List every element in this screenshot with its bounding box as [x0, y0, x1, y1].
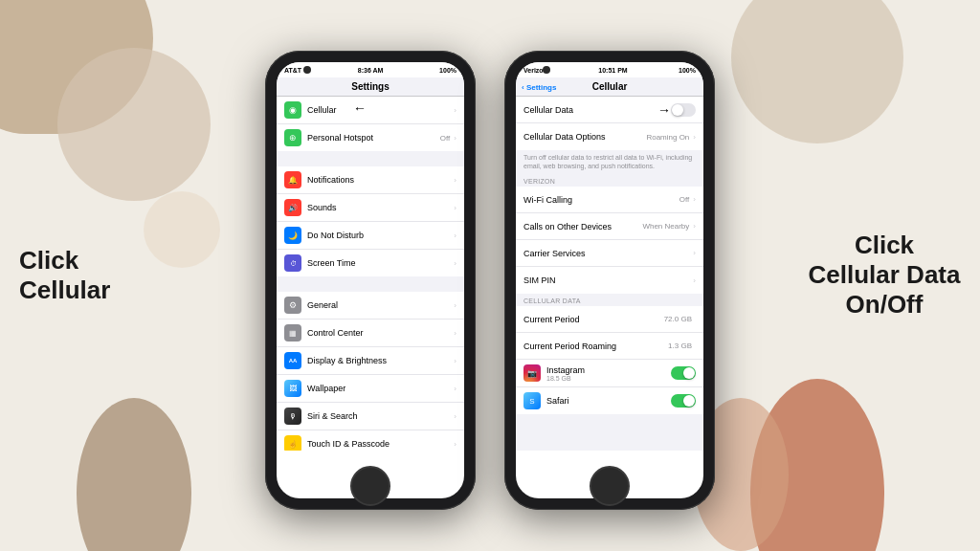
row-cellular-data[interactable]: Cellular Data → [516, 97, 703, 123]
wifi-calling-label: Wi-Fi Calling [523, 195, 679, 205]
row-touchid[interactable]: ☝ Touch ID & Passcode › [277, 430, 464, 451]
row-control-center[interactable]: ▦ Control Center › [277, 320, 464, 347]
nav-title-left: Settings [351, 81, 389, 92]
sounds-icon: 🔊 [284, 199, 301, 216]
row-sounds[interactable]: 🔊 Sounds › [277, 194, 464, 222]
screentime-icon: ⏱ [284, 254, 301, 272]
touchid-label: Touch ID & Passcode [307, 439, 454, 449]
wallpaper-icon: 🖼 [284, 380, 301, 397]
row-instagram[interactable]: 📷 Instagram 18.5 GB [516, 360, 703, 387]
cellular-chevron: › [454, 106, 457, 115]
row-current-period: Current Period 72.0 GB [516, 306, 703, 333]
safari-icon: S [523, 392, 541, 409]
cellular-data-options-chevron: › [693, 133, 696, 142]
general-icon: ⚙ [284, 297, 301, 314]
touchid-icon: ☝ [284, 435, 301, 451]
section-verizon: Wi-Fi Calling Off › Calls on Other Devic… [516, 187, 703, 294]
phone-right: Verizon 10:51 PM 100% ‹ Settings Cellula… [504, 51, 715, 510]
calls-other-chevron: › [693, 222, 696, 231]
notifications-chevron: › [454, 176, 457, 185]
time-right: 10:51 PM [598, 67, 627, 74]
row-notifications[interactable]: 🔔 Notifications › [277, 166, 464, 194]
current-period-roaming-label: Current Period Roaming [523, 342, 668, 351]
cellular-data-toggle[interactable] [671, 103, 696, 117]
general-label: General [307, 300, 454, 310]
section-gap-1 [277, 151, 464, 166]
battery-left: 100% [439, 67, 457, 74]
row-siri[interactable]: 🎙 Siri & Search › [277, 403, 464, 430]
time-left: 8:36 AM [358, 67, 384, 74]
section-notifications: 🔔 Notifications › 🔊 Sounds › 🌙 [277, 166, 464, 276]
dnd-label: Do Not Disturb [307, 231, 454, 240]
settings-list-left: ◉ Cellular ← › ⊕ Personal Hotspot Off › [277, 97, 464, 451]
touchid-chevron: › [454, 440, 457, 449]
row-calls-other-devices[interactable]: Calls on Other Devices When Nearby › [516, 213, 703, 240]
wifi-calling-value: Off [679, 195, 690, 204]
cellular-data-options-label: Cellular Data Options [523, 132, 646, 142]
instagram-toggle[interactable] [671, 366, 696, 380]
row-cellular-data-options[interactable]: Cellular Data Options Roaming On › [516, 123, 703, 150]
notifications-label: Notifications [307, 175, 454, 185]
wallpaper-chevron: › [454, 385, 457, 393]
home-button-right[interactable] [590, 466, 630, 506]
row-sim-pin[interactable]: SIM PIN › [516, 267, 703, 294]
safari-toggle[interactable] [671, 394, 696, 408]
right-arrow-annotation: → [657, 102, 671, 118]
control-center-label: Control Center [307, 328, 454, 338]
section-display: ⚙ General › ▦ Control Center › AA [277, 292, 464, 451]
phones-wrapper: AT&T 8:36 AM 100% Settings ◉ [265, 51, 715, 510]
section-gap-2 [277, 276, 464, 292]
section-data-usage: Current Period 72.0 GB Current Period Ro… [516, 306, 703, 414]
right-instruction-label: Click Cellular Data On/Off [808, 231, 961, 320]
cellular-settings-list: Cellular Data → Cellular Data Options Ro… [516, 97, 703, 451]
status-bar-right: Verizon 10:51 PM 100% [516, 62, 703, 77]
status-bar-left: AT&T 8:36 AM 100% [277, 62, 464, 77]
hotspot-value: Off [440, 134, 451, 143]
cellular-data-options-value: Roaming On [646, 133, 689, 142]
row-hotspot[interactable]: ⊕ Personal Hotspot Off › [277, 124, 464, 151]
row-carrier-services[interactable]: Carrier Services › [516, 240, 703, 267]
row-safari[interactable]: S Safari [516, 387, 703, 414]
sim-pin-chevron: › [693, 276, 696, 285]
left-arrow-annotation: ← [353, 100, 367, 116]
current-period-label: Current Period [523, 315, 664, 324]
sounds-chevron: › [454, 204, 457, 212]
row-dnd[interactable]: 🌙 Do Not Disturb › [277, 222, 464, 250]
screentime-chevron: › [454, 259, 457, 268]
hotspot-label: Personal Hotspot [307, 133, 440, 143]
phone-left-screen: AT&T 8:36 AM 100% Settings ◉ [277, 62, 464, 498]
wifi-calling-chevron: › [693, 195, 696, 204]
nav-bar-left: Settings [277, 77, 464, 97]
home-button-left[interactable] [350, 466, 390, 506]
siri-chevron: › [454, 412, 457, 421]
sounds-label: Sounds [307, 203, 454, 212]
control-center-icon: ▦ [284, 324, 301, 342]
cellular-label: Cellular [307, 105, 454, 115]
display-label: Display & Brightness [307, 356, 454, 365]
siri-icon: 🎙 [284, 408, 301, 425]
row-general[interactable]: ⚙ General › [277, 292, 464, 320]
current-period-roaming-value: 1.3 GB [668, 342, 692, 350]
row-wallpaper[interactable]: 🖼 Wallpaper › [277, 375, 464, 403]
sim-pin-label: SIM PIN [523, 276, 693, 285]
cellular-icon: ◉ [284, 101, 301, 119]
nav-title-right: Cellular [592, 81, 628, 92]
row-display[interactable]: AA Display & Brightness › [277, 347, 464, 375]
carrier-services-label: Carrier Services [523, 249, 693, 258]
phone-right-content: Verizon 10:51 PM 100% ‹ Settings Cellula… [516, 62, 703, 451]
nav-back-right[interactable]: ‹ Settings [522, 82, 556, 91]
instagram-icon: 📷 [523, 364, 541, 382]
battery-right: 100% [679, 67, 696, 74]
calls-other-label: Calls on Other Devices [523, 222, 642, 231]
wallpaper-label: Wallpaper [307, 384, 454, 393]
display-chevron: › [454, 357, 457, 365]
control-center-chevron: › [454, 329, 457, 338]
phone-right-screen: Verizon 10:51 PM 100% ‹ Settings Cellula… [516, 62, 703, 498]
cellular-description: Turn off cellular data to restrict all d… [516, 150, 703, 174]
row-screentime[interactable]: ⏱ Screen Time › [277, 250, 464, 276]
row-cellular[interactable]: ◉ Cellular ← › [277, 97, 464, 124]
cellular-data-label: Cellular Data [523, 105, 671, 115]
hotspot-chevron: › [454, 134, 457, 143]
row-wifi-calling[interactable]: Wi-Fi Calling Off › [516, 187, 703, 213]
carrier-right: Verizon [523, 67, 547, 74]
